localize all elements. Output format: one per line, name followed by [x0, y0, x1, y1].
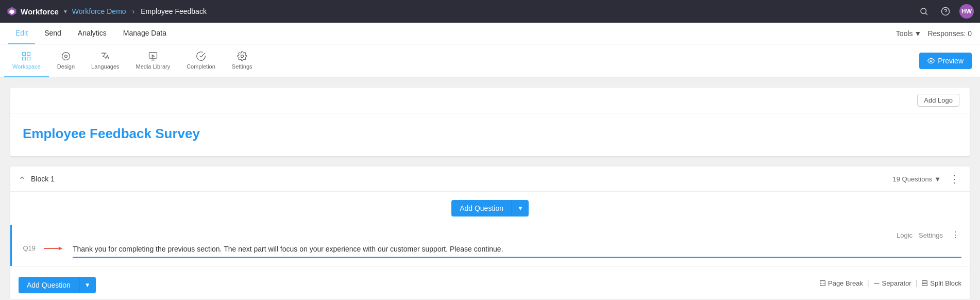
toolbar-languages[interactable]: Languages [83, 44, 127, 77]
edit-nav-right: Tools ▼ Responses: 0 [896, 29, 972, 38]
nav-manage-data[interactable]: Manage Data [116, 23, 174, 44]
svg-rect-19 [922, 284, 927, 286]
add-question-button-top[interactable]: Add Question [451, 200, 512, 216]
settings-button[interactable]: Settings [919, 231, 943, 239]
tools-button[interactable]: Tools ▼ [896, 29, 922, 38]
question-arrow [44, 243, 62, 254]
app-name: Workforce [21, 7, 59, 16]
svg-rect-7 [27, 57, 30, 60]
block-more-button[interactable]: ⋮ [947, 174, 961, 184]
toolbar-workspace[interactable]: Workspace [4, 44, 49, 77]
svg-point-12 [930, 60, 932, 62]
logo-icon [6, 6, 18, 17]
question-item-header: Logic Settings ⋮ [20, 231, 961, 239]
search-button[interactable] [916, 4, 932, 19]
svg-rect-5 [27, 52, 30, 55]
app-dropdown-arrow[interactable]: ▼ [63, 9, 68, 14]
question-body: Q19 Thank you for completing the previou… [20, 243, 961, 260]
toolbar: Workspace Design Languages Media Library [0, 44, 980, 77]
top-bar-right: HW [916, 4, 974, 19]
nav-send[interactable]: Send [37, 23, 69, 44]
nav-analytics[interactable]: Analytics [71, 23, 114, 44]
logic-button[interactable]: Logic [897, 231, 913, 239]
block-header: Block 1 19 Questions ▼ ⋮ [10, 166, 970, 192]
question-underline [73, 257, 961, 258]
help-button[interactable] [938, 4, 953, 19]
question-item-q19: Logic Settings ⋮ Q19 Thank you for compl… [10, 225, 970, 266]
nav-edit[interactable]: Edit [8, 23, 35, 44]
action-separator-2: | [916, 279, 918, 287]
settings-icon [237, 51, 247, 61]
split-block-icon [921, 280, 928, 287]
media-library-icon [148, 51, 158, 61]
breadcrumb-separator: › [132, 7, 135, 15]
block-header-left: Block 1 [19, 174, 55, 184]
svg-point-9 [64, 55, 67, 57]
svg-marker-14 [59, 246, 62, 250]
main-content: Add Logo Employee Feedback Survey Block … [0, 77, 980, 300]
edit-nav-left: Edit Send Analytics Manage Data [8, 23, 174, 44]
toolbar-settings-label: Settings [232, 63, 252, 70]
add-question-dropdown-top[interactable]: ▼ [512, 200, 529, 216]
block-collapse-button[interactable] [19, 174, 26, 184]
question-more-button[interactable]: ⋮ [949, 231, 961, 239]
toolbar-completion-label: Completion [187, 63, 215, 70]
survey-header-top: Add Logo [10, 88, 970, 113]
languages-icon [100, 51, 110, 61]
svg-rect-18 [922, 281, 927, 283]
toolbar-media-label: Media Library [136, 63, 171, 70]
separator-icon [873, 280, 880, 287]
responses-count: Responses: 0 [927, 29, 972, 38]
collapse-icon [19, 174, 26, 181]
svg-rect-4 [23, 52, 26, 55]
survey-header-card: Add Logo Employee Feedback Survey [10, 88, 970, 156]
top-bar: Workforce ▼ Workforce Demo › Employee Fe… [0, 0, 980, 23]
svg-rect-6 [23, 57, 26, 60]
svg-line-1 [925, 13, 927, 14]
question-text[interactable]: Thank you for completing the previous se… [73, 243, 961, 255]
add-question-row-top: Add Question ▼ [10, 192, 970, 225]
block-card: Block 1 19 Questions ▼ ⋮ Add Question ▼ … [10, 166, 970, 299]
add-question-button-bottom[interactable]: Add Question [19, 277, 79, 293]
edit-nav: Edit Send Analytics Manage Data Tools ▼ … [0, 23, 980, 44]
bottom-action-row: Add Question ▼ Page Break | Separator [10, 266, 970, 299]
question-text-area: Thank you for completing the previous se… [73, 243, 961, 258]
breadcrumb-link[interactable]: Workforce Demo [72, 7, 126, 15]
top-bar-left: Workforce ▼ Workforce Demo › Employee Fe… [6, 6, 207, 17]
block-header-right: 19 Questions ▼ ⋮ [893, 174, 961, 184]
svg-point-0 [921, 8, 926, 14]
page-break-button[interactable]: Page Break [819, 279, 863, 287]
user-avatar[interactable]: HW [959, 4, 974, 19]
breadcrumb-current: Employee Feedback [141, 7, 207, 15]
split-block-button[interactable]: Split Block [921, 279, 961, 287]
preview-icon [927, 57, 935, 64]
action-separator-1: | [867, 279, 869, 287]
add-question-row-bottom: Add Question ▼ [19, 273, 96, 293]
toolbar-design-label: Design [57, 63, 75, 70]
app-logo[interactable]: Workforce ▼ [6, 6, 68, 17]
survey-title[interactable]: Employee Feedback Survey [10, 113, 970, 156]
add-logo-button[interactable]: Add Logo [917, 94, 959, 107]
questions-count[interactable]: 19 Questions ▼ [893, 175, 941, 183]
toolbar-workspace-label: Workspace [12, 63, 41, 70]
completion-icon [196, 51, 206, 61]
toolbar-languages-label: Languages [91, 63, 119, 70]
toolbar-completion[interactable]: Completion [178, 44, 224, 77]
bottom-actions-right: Page Break | Separator | Split Block [819, 279, 961, 287]
svg-point-11 [241, 55, 243, 57]
separator-button[interactable]: Separator [873, 279, 911, 287]
help-icon [941, 7, 950, 16]
toolbar-design[interactable]: Design [49, 44, 83, 77]
toolbar-items: Workspace Design Languages Media Library [4, 44, 261, 77]
question-number: Q19 [20, 243, 36, 252]
toolbar-media-library[interactable]: Media Library [128, 44, 179, 77]
svg-point-8 [62, 52, 70, 60]
search-icon [919, 7, 928, 16]
arrow-icon [44, 243, 62, 254]
page-break-icon [819, 280, 826, 287]
design-icon [61, 51, 71, 61]
preview-button[interactable]: Preview [919, 53, 972, 69]
add-question-dropdown-bottom[interactable]: ▼ [79, 277, 96, 293]
toolbar-settings[interactable]: Settings [224, 44, 261, 77]
block-title: Block 1 [31, 175, 55, 183]
